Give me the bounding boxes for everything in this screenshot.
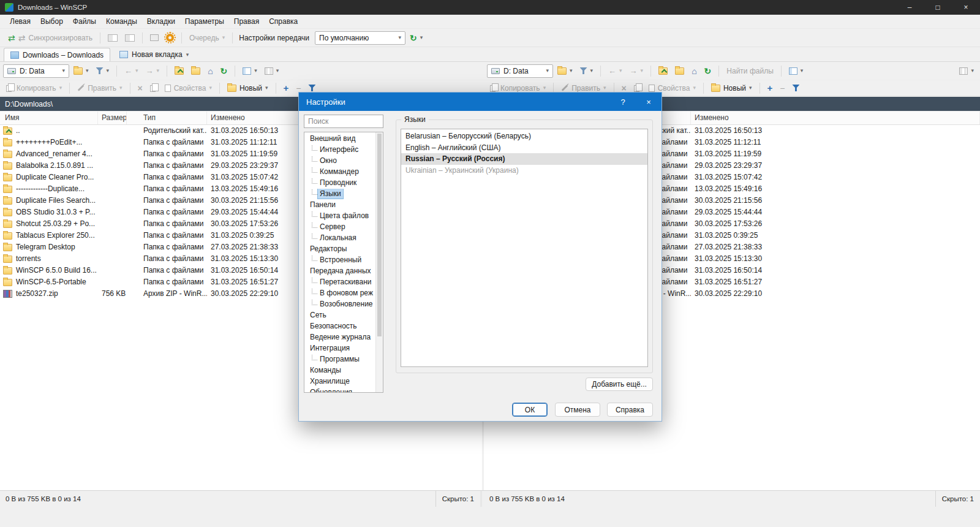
new-tab-button[interactable]: Новая вкладка (114, 48, 194, 61)
language-item[interactable]: Belarusian – Белорусский (Беларусь) (401, 131, 647, 142)
tree-item[interactable]: Интеграция (304, 343, 375, 354)
tree-item[interactable]: Проводник (304, 178, 375, 189)
left-copy-button[interactable]: Копировать (3, 82, 65, 94)
tree-item[interactable]: Панели (304, 200, 375, 211)
left-tree-toggle-button[interactable] (239, 66, 260, 77)
right-new-button[interactable]: Новый (708, 82, 755, 94)
left-edit-button[interactable]: Править (74, 82, 125, 94)
left-back-button[interactable] (121, 65, 141, 77)
swap-panels-button[interactable] (105, 32, 121, 44)
left-delete-button[interactable] (135, 82, 146, 94)
close-button[interactable]: × (952, 0, 980, 15)
left-bookmarks-button[interactable] (70, 66, 92, 77)
left-new-button[interactable]: Новый (224, 82, 271, 94)
tree-item[interactable]: Сеть (304, 310, 375, 321)
right-root-dir-button[interactable] (672, 66, 687, 77)
help-button[interactable]: Справка (607, 403, 653, 417)
tree-item[interactable]: Возобновление (304, 299, 375, 310)
language-item[interactable]: Russian – Русский (Россия) (401, 153, 647, 165)
pencil-icon (78, 85, 85, 91)
right-forward-button[interactable] (627, 65, 647, 77)
left-refresh-button[interactable] (217, 65, 231, 77)
left-drive-combo[interactable]: D: Data (3, 64, 69, 78)
preferences-button[interactable] (163, 32, 177, 44)
find-files-button[interactable]: Найти файлы (723, 65, 776, 77)
tree-item[interactable]: Встроенный (304, 255, 375, 266)
right-parent-dir-button[interactable] (655, 66, 671, 77)
menu-item-commands[interactable]: Команды (101, 15, 142, 28)
add-more-languages-button[interactable]: Добавить ещё... (586, 377, 653, 391)
left-root-dir-button[interactable] (188, 66, 203, 77)
tree-item[interactable]: Обновления (304, 387, 375, 393)
column-header-modified[interactable]: Изменено (691, 112, 980, 124)
right-drive-combo[interactable]: D: Data (487, 64, 553, 78)
menu-item-mark[interactable]: Выбор (36, 15, 68, 28)
synchronize-button[interactable]: Синхронизировать (5, 32, 96, 44)
column-header-size[interactable]: Размер (98, 112, 127, 124)
tree-item[interactable]: Программы (304, 354, 375, 365)
transfer-refresh-button[interactable] (407, 32, 426, 44)
refresh-icon (704, 67, 712, 75)
console-button[interactable] (147, 32, 162, 43)
menu-item-files[interactable]: Файлы (68, 15, 101, 28)
right-select-remove-button[interactable] (777, 82, 788, 94)
menu-item-right[interactable]: Правая (229, 15, 264, 28)
left-parent-dir-button[interactable] (172, 66, 187, 77)
right-select-add-button[interactable] (764, 82, 776, 94)
column-header-name[interactable]: Имя (0, 112, 98, 124)
tree-item[interactable]: Интерфейс (304, 145, 375, 156)
tree-item[interactable]: Перетаскивани (304, 277, 375, 288)
preferences-search-input[interactable] (304, 115, 383, 128)
menu-item-left[interactable]: Левая (5, 15, 36, 28)
right-tree-toggle-button[interactable] (786, 66, 807, 77)
right-bookmarks-button[interactable] (554, 66, 576, 77)
left-properties-button[interactable]: Свойства (162, 82, 215, 94)
tree-item[interactable]: Хранилище (304, 376, 375, 387)
right-selection-filter-button[interactable] (789, 83, 802, 93)
language-item[interactable]: English – Английский (США) (401, 142, 647, 154)
left-select-add-button[interactable] (281, 82, 292, 94)
tree-item[interactable]: Безопасность (304, 321, 375, 332)
right-filter-button[interactable] (577, 66, 597, 76)
tree-item[interactable]: Сервер (304, 222, 375, 233)
tree-scrollbar[interactable] (375, 132, 383, 392)
right-view-button[interactable] (956, 66, 977, 77)
tree-item[interactable]: Передача данных (304, 266, 375, 277)
tree-item[interactable]: Окно (304, 156, 375, 167)
language-item[interactable]: Ukrainian – Украинский (Украина) (401, 165, 647, 176)
tree-item[interactable]: Ведение журнала (304, 332, 375, 343)
tree-item[interactable]: Команды (304, 365, 375, 376)
tab-downloads[interactable]: Downloads – Downloads (4, 48, 110, 61)
tree-item-selected[interactable]: Языки (304, 189, 375, 200)
maximize-button[interactable]: □ (924, 0, 952, 15)
scrollbar-thumb[interactable] (377, 134, 382, 336)
right-refresh-button[interactable] (701, 65, 715, 77)
transfer-preset-combo[interactable]: По умолчанию (315, 31, 405, 45)
column-header-type[interactable]: Тип (140, 112, 207, 124)
menu-item-options[interactable]: Параметры (180, 15, 229, 28)
dialog-help-button[interactable]: ? (610, 93, 636, 111)
cancel-button[interactable]: Отмена (555, 403, 600, 417)
menu-item-tabs[interactable]: Вкладки (142, 15, 180, 28)
tree-item-label: Передача данных (308, 266, 373, 276)
ok-button[interactable]: ОК (512, 403, 548, 417)
left-duplicate-button[interactable] (147, 82, 160, 94)
tree-item[interactable]: Редакторы (304, 244, 375, 255)
menu-item-help[interactable]: Справка (264, 15, 303, 28)
tree-item[interactable]: Коммандер (304, 167, 375, 178)
left-home-dir-button[interactable] (205, 65, 216, 77)
tree-item[interactable]: В фоновом реж (304, 288, 375, 299)
left-forward-button[interactable] (143, 65, 163, 77)
left-filter-button[interactable] (93, 66, 113, 76)
dialog-close-button[interactable]: × (636, 93, 662, 111)
right-home-dir-button[interactable] (688, 65, 699, 77)
compare-panels-button[interactable] (122, 32, 138, 44)
right-back-button[interactable] (605, 65, 625, 77)
left-view-button[interactable] (262, 66, 282, 77)
tree-item[interactable]: Внешний вид (304, 134, 375, 145)
tree-item[interactable]: Локальная (304, 233, 375, 244)
minimize-button[interactable]: – (895, 0, 924, 15)
queue-button[interactable]: Очередь (186, 32, 228, 44)
file-type: Папка с файлами (140, 230, 207, 241)
tree-item[interactable]: Цвета файлов (304, 211, 375, 222)
